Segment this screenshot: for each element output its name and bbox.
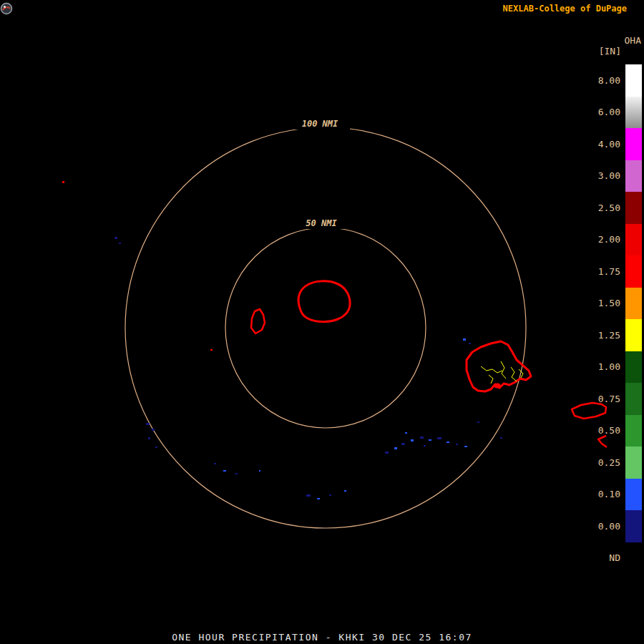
legend-tick-label: 1.75 [580, 266, 625, 277]
legend-level: 1.50 [580, 288, 642, 320]
legend-color-swatch [625, 224, 642, 256]
legend-color-swatch [625, 542, 642, 575]
legend-level: 1.75 [580, 255, 642, 288]
precip-echo [259, 470, 260, 472]
legend-tick-label: 0.25 [580, 457, 625, 468]
ring-label-100nmi: 100 NMI [302, 119, 338, 129]
precip-echo [317, 498, 320, 499]
precip-echo [223, 470, 226, 472]
legend-level: 3.00 [580, 160, 642, 192]
legend-level: 0.75 [580, 383, 642, 415]
legend-tick-label: 0.75 [580, 394, 625, 404]
precip-echo [119, 243, 121, 244]
legend-color-swatch [625, 383, 642, 415]
legend-station-id: OHA [625, 35, 641, 46]
precip-echo [210, 349, 213, 351]
legend-level: 0.10 [580, 479, 642, 511]
legend-tick-label: 6.00 [580, 107, 625, 117]
legend-level: 8.00 [580, 64, 642, 97]
precip-echo [344, 490, 346, 492]
oahu-red-echo [494, 384, 501, 389]
legend-tick-label: 0.50 [580, 425, 625, 436]
nexlab-brand: NEXLAB-College of DuPage [503, 4, 627, 14]
legend-color-swatch [625, 510, 642, 542]
legend-color-swatch [625, 447, 642, 479]
precip-echo [235, 473, 238, 474]
hydro-line [489, 375, 493, 384]
legend-tick-label: 8.00 [580, 75, 625, 86]
precip-echo [447, 441, 449, 443]
precip-echo [62, 181, 64, 183]
precip-echo [424, 445, 426, 447]
legend-tick-label: 4.00 [580, 139, 625, 150]
hydro-line [501, 361, 506, 379]
precip-echo [114, 237, 117, 239]
legend-tick-label: 1.50 [580, 298, 625, 308]
legend-color-swatch [625, 192, 642, 224]
ring-label-50nmi: 50 NMI [306, 218, 337, 228]
precip-echo-layer [62, 181, 502, 499]
legend-level: 2.00 [580, 224, 642, 256]
nexlab-logo-icon [0, 2, 13, 15]
precip-echo [401, 443, 405, 445]
legend-color-swatch [625, 160, 642, 192]
radar-map: 100 NMI 50 NMI [0, 0, 644, 644]
product-caption: ONE HOUR PRECIPITATION - KHKI 30 DEC 25 … [0, 632, 644, 643]
precip-echo [394, 447, 397, 449]
hydro-line [511, 367, 517, 381]
legend-units: [IN] [599, 46, 621, 57]
legend-color-swatch [625, 128, 642, 160]
legend-tick-label: 0.00 [580, 521, 625, 532]
precip-echo [152, 429, 155, 431]
precip-echo [214, 463, 216, 464]
legend-color-swatch [625, 97, 642, 129]
legend-color-swatch [625, 351, 642, 384]
precip-echo [146, 423, 150, 425]
legend-level: 0.50 [580, 415, 642, 447]
legend-color-swatch [625, 255, 642, 288]
precip-echo [469, 343, 471, 344]
legend-tick-label: 2.00 [580, 234, 625, 245]
precip-color-scale: 8.00 6.00 4.00 3.00 2.50 2.00 1.75 1.50 … [580, 64, 642, 574]
legend-color-swatch [625, 319, 642, 351]
legend-tick-label: 0.10 [580, 489, 625, 499]
legend-tick-label: 2.50 [580, 203, 625, 213]
legend-tick-label: 3.00 [580, 170, 625, 181]
legend-color-swatch [625, 415, 642, 447]
niihau-outline [251, 309, 265, 333]
precip-echo [500, 437, 502, 439]
legend-level: ND [580, 542, 642, 575]
precip-echo [405, 432, 407, 434]
legend-tick-label: 1.25 [580, 330, 625, 341]
precip-echo [385, 452, 389, 454]
legend-color-swatch [625, 64, 642, 97]
precip-echo [429, 439, 431, 441]
precip-echo [477, 421, 479, 423]
hydro-line [481, 366, 502, 373]
precip-echo [437, 437, 441, 439]
precip-echo [306, 494, 311, 497]
kauai-outline [298, 281, 350, 322]
legend-color-swatch [625, 479, 642, 511]
precip-echo [329, 494, 331, 496]
precip-echo [463, 338, 466, 341]
legend-level: 1.00 [580, 351, 642, 384]
precip-echo [155, 447, 157, 448]
legend-level: 4.00 [580, 128, 642, 160]
precip-echo [411, 439, 414, 441]
legend-level: 1.25 [580, 319, 642, 351]
radar-screen: 100 NMI 50 NMI NEXLAB-College of DuPage … [0, 0, 644, 644]
precip-echo [456, 444, 458, 445]
legend-tick-label: ND [580, 552, 625, 563]
precip-echo [464, 446, 467, 447]
legend-color-swatch [625, 288, 642, 320]
legend-level: 2.50 [580, 192, 642, 224]
range-ring-100nmi [125, 127, 526, 528]
range-ring-50nmi [225, 228, 426, 428]
legend-level: 6.00 [580, 97, 642, 129]
legend-level: 0.25 [580, 447, 642, 479]
legend-level: 0.00 [580, 510, 642, 542]
precip-echo [420, 436, 424, 439]
legend-tick-label: 1.00 [580, 361, 625, 372]
precip-echo [148, 437, 150, 439]
